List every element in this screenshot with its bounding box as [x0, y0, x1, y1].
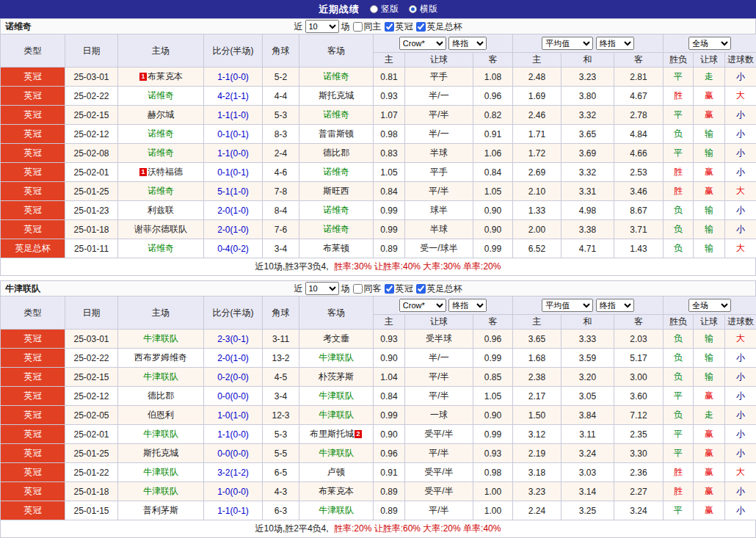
score-cell[interactable]: 3-2(1-2) — [204, 463, 263, 482]
handicap-home-odds-cell: 0.90 — [374, 349, 405, 368]
score-cell[interactable]: 4-2(1-1) — [204, 87, 263, 106]
home-team-cell[interactable]: 伯恩利 — [118, 406, 204, 425]
away-team-cell[interactable]: 布莱顿 — [299, 239, 374, 258]
away-team-cell[interactable]: 诺维奇 — [299, 201, 374, 220]
away-team-cell[interactable]: 牛津联队 — [299, 349, 374, 368]
home-team-cell[interactable]: 牛津联队 — [118, 463, 204, 482]
scope-select[interactable]: 全场 — [688, 299, 731, 312]
home-team-cell[interactable]: 斯托克城 — [118, 444, 204, 463]
home-team-cell[interactable]: 诺维奇 — [118, 125, 204, 144]
cup-checkbox[interactable] — [416, 284, 426, 294]
score-cell[interactable]: 2-0(1-0) — [204, 220, 263, 239]
score-cell[interactable]: 1-1(0-0) — [204, 68, 263, 87]
home-team-cell[interactable]: 1沃特福德 — [118, 163, 204, 182]
same-venue-label: 同主 — [364, 21, 382, 33]
home-team-cell[interactable]: 谢菲尔德联队 — [118, 220, 204, 239]
away-team-cell[interactable]: 诺维奇 — [299, 220, 374, 239]
away-team-cell[interactable]: 牛津联队 — [299, 501, 374, 520]
score-cell[interactable]: 0-4(0-2) — [204, 239, 263, 258]
home-team-cell[interactable]: 诺维奇 — [118, 144, 204, 163]
home-team-cell[interactable]: 牛津联队 — [118, 368, 204, 387]
home-team-cell[interactable]: 牛津联队 — [118, 330, 204, 349]
score-cell[interactable]: 2-0(1-0) — [204, 349, 263, 368]
score-cell[interactable]: 0-0(0-0) — [204, 444, 263, 463]
league-checkbox[interactable] — [385, 284, 394, 294]
match-count-select[interactable]: 10 — [305, 20, 339, 33]
home-team-cell[interactable]: 德比郡 — [118, 387, 204, 406]
away-team-cell[interactable]: 牛津联队 — [299, 387, 374, 406]
league-type-cell: 英冠 — [1, 106, 65, 125]
match-date-cell: 25-02-01 — [65, 425, 118, 444]
focus-team-name: 牛津联队 — [143, 333, 178, 343]
home-team-cell[interactable]: 1布莱克本 — [118, 68, 204, 87]
league-checkbox[interactable] — [385, 22, 394, 32]
away-team-cell[interactable]: 德比郡 — [299, 144, 374, 163]
score-cell[interactable]: 0-2(0-0) — [204, 368, 263, 387]
odds-company-select[interactable]: Crow* — [399, 299, 446, 312]
odds-final-select[interactable]: 终指 — [448, 37, 487, 50]
odds-company-select[interactable]: Crow* — [399, 37, 446, 50]
away-team-cell[interactable]: 斯旺西 — [299, 182, 374, 201]
score-cell[interactable]: 0-1(0-1) — [204, 125, 263, 144]
home-team-cell[interactable]: 牛津联队 — [118, 482, 204, 501]
away-team-cell[interactable]: 朴茨茅斯 — [299, 368, 374, 387]
score-cell[interactable]: 0-1(0-1) — [204, 163, 263, 182]
away-team-cell[interactable]: 斯托克城 — [299, 87, 374, 106]
score-cell[interactable]: 2-0(1-0) — [204, 201, 263, 220]
league-filter[interactable]: 英冠 — [384, 283, 413, 295]
home-team-cell[interactable]: 诺维奇 — [118, 182, 204, 201]
match-count-select[interactable]: 10 — [305, 282, 339, 295]
focus-team-name: 诺维奇 — [148, 128, 174, 139]
same-venue-filter[interactable]: 同客 — [352, 283, 382, 295]
away-team-cell[interactable]: 诺维奇 — [299, 68, 374, 87]
score-cell[interactable]: 1-1(1-0) — [204, 106, 263, 125]
score-cell[interactable]: 1-1(0-0) — [204, 425, 263, 444]
avg-final-select[interactable]: 终指 — [596, 37, 634, 50]
score-cell[interactable]: 1-0(1-0) — [204, 406, 263, 425]
home-team-cell[interactable]: 诺维奇 — [118, 87, 204, 106]
same-venue-filter[interactable]: 同主 — [352, 21, 382, 33]
score-cell[interactable]: 1-0(0-0) — [204, 482, 263, 501]
home-team-cell[interactable]: 普利茅斯 — [118, 501, 204, 520]
layout-radio-vertical[interactable]: 竖版 — [370, 3, 399, 15]
score-cell[interactable]: 1-1(0-0) — [204, 144, 263, 163]
score-cell[interactable]: 5-1(1-0) — [204, 182, 263, 201]
avg-select[interactable]: 平均值 — [542, 299, 593, 312]
layout-radio-horizontal[interactable]: 横版 — [409, 3, 437, 15]
avg-select[interactable]: 平均值 — [542, 37, 593, 50]
home-team-cell[interactable]: 诺维奇 — [118, 239, 204, 258]
home-team-cell[interactable]: 牛津联队 — [118, 425, 204, 444]
league-type-cell: 英冠 — [1, 330, 65, 349]
cup-filter[interactable]: 英足总杯 — [415, 21, 462, 33]
away-team-cell[interactable]: 布莱克本 — [299, 482, 374, 501]
cup-checkbox[interactable] — [416, 22, 426, 32]
home-team-cell[interactable]: 赫尔城 — [118, 106, 204, 125]
home-team-cell[interactable]: 西布罗姆维奇 — [118, 349, 204, 368]
score-cell[interactable]: 2-3(0-1) — [204, 330, 263, 349]
away-team-cell[interactable]: 诺维奇 — [299, 106, 374, 125]
result-outcome-cell: 负 — [664, 368, 694, 387]
score-cell[interactable]: 1-1(0-1) — [204, 501, 263, 520]
home-team-cell[interactable]: 利兹联 — [118, 201, 204, 220]
away-team-cell[interactable]: 普雷斯顿 — [299, 125, 374, 144]
score-cell[interactable]: 0-0(0-0) — [204, 387, 263, 406]
handicap-line-cell: 一球 — [405, 406, 473, 425]
same-venue-checkbox[interactable] — [353, 22, 363, 32]
league-filter[interactable]: 英冠 — [384, 21, 413, 33]
odds-final-select[interactable]: 终指 — [448, 299, 487, 312]
cup-filter[interactable]: 英足总杯 — [415, 283, 462, 295]
avg-home-odds-cell: 2.69 — [513, 163, 561, 182]
away-team-cell[interactable]: 牛津联队 — [299, 406, 374, 425]
avg-away-odds-cell: 4.84 — [614, 125, 664, 144]
away-team-cell[interactable]: 诺维奇 — [299, 163, 374, 182]
handicap-line-cell: 平/半 — [405, 387, 473, 406]
opponent-team-name: 考文垂 — [323, 333, 349, 343]
avg-final-select[interactable]: 终指 — [596, 299, 634, 312]
handicap-home-odds-cell: 0.84 — [374, 182, 405, 201]
away-team-cell[interactable]: 考文垂 — [299, 330, 374, 349]
away-team-cell[interactable]: 牛津联队 — [299, 444, 374, 463]
away-team-cell[interactable]: 卢顿 — [299, 463, 374, 482]
scope-select[interactable]: 全场 — [688, 37, 731, 50]
away-team-cell[interactable]: 布里斯托城2 — [299, 425, 374, 444]
same-venue-checkbox[interactable] — [353, 284, 363, 294]
